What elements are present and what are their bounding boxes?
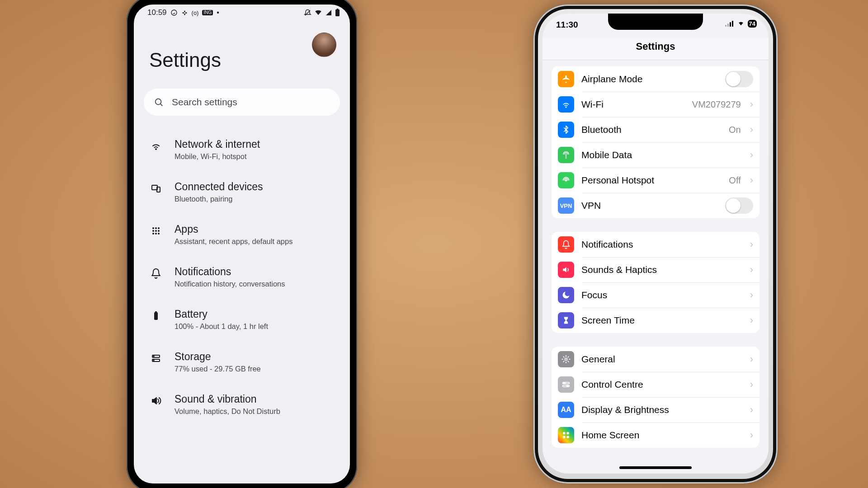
chevron-right-icon: › <box>748 99 753 110</box>
chevron-right-icon: › <box>748 264 753 276</box>
hotspot-icon <box>558 172 574 188</box>
settings-row-wi-fi[interactable]: Wi-Fi VM2079279› <box>552 92 760 117</box>
profile-avatar[interactable] <box>312 33 336 57</box>
settings-row-label: Wi-Fi <box>581 99 604 110</box>
wifi-icon <box>737 21 745 27</box>
vpn-icon: VPN <box>558 197 574 214</box>
status-time: 10:59 <box>147 8 167 17</box>
settings-row-airplane-mode[interactable]: Airplane Mode <box>552 66 760 92</box>
settings-item-title: Apps <box>175 223 292 235</box>
svg-point-15 <box>158 227 160 229</box>
svg-rect-1 <box>182 12 184 14</box>
wifi-icon <box>314 9 322 17</box>
svg-point-20 <box>155 233 157 235</box>
svg-rect-3 <box>184 10 185 12</box>
settings-row-general[interactable]: General › <box>552 347 760 372</box>
battery-icon <box>335 9 340 17</box>
dnd-icon <box>304 9 311 17</box>
settings-item-subtitle: 77% used - 29.75 GB free <box>175 365 261 373</box>
settings-row-label: Focus <box>581 290 607 300</box>
toggle-switch[interactable] <box>725 71 753 87</box>
settings-item-subtitle: Mobile, Wi-Fi, hotspot <box>175 152 260 161</box>
search-input[interactable]: Search settings <box>144 89 340 116</box>
app-badge-icon: ING <box>202 10 213 15</box>
settings-group: General › Control Centre › AA Display & … <box>552 347 760 448</box>
settings-row-sounds-haptics[interactable]: Sounds & Haptics › <box>552 257 760 282</box>
settings-row-home-screen[interactable]: Home Screen › <box>552 422 760 448</box>
svg-rect-6 <box>335 9 340 16</box>
settings-row-bluetooth[interactable]: Bluetooth On› <box>552 117 760 142</box>
iphone-notch <box>608 14 703 30</box>
svg-rect-43 <box>567 432 569 434</box>
bell-icon <box>149 267 163 280</box>
settings-item-sound-vibration[interactable]: Sound & vibration Volume, haptics, Do No… <box>134 383 350 426</box>
signal-icon <box>325 9 332 16</box>
settings-row-label: Mobile Data <box>581 150 632 160</box>
svg-rect-7 <box>337 9 339 9</box>
svg-line-9 <box>160 104 163 106</box>
battery-percent: 74 <box>748 20 757 28</box>
settings-item-notifications[interactable]: Notifications Notification history, conv… <box>134 256 350 298</box>
settings-row-focus[interactable]: Focus › <box>552 282 760 308</box>
settings-item-title: Storage <box>175 351 261 363</box>
settings-row-display-brightness[interactable]: AA Display & Brightness › <box>552 397 760 422</box>
ios-settings-list[interactable]: Airplane Mode Wi-Fi VM2079279› Bluetooth… <box>542 60 769 448</box>
antenna-icon <box>558 147 574 163</box>
settings-row-label: Airplane Mode <box>581 74 642 84</box>
svg-point-8 <box>156 99 161 105</box>
bell-icon <box>558 236 574 253</box>
settings-row-label: Bluetooth <box>581 124 622 135</box>
settings-row-mobile-data[interactable]: Mobile Data › <box>552 142 760 168</box>
home-indicator[interactable] <box>619 466 692 469</box>
page-title: Settings <box>149 49 335 71</box>
chevron-right-icon: › <box>748 429 753 441</box>
chevron-right-icon: › <box>748 174 753 186</box>
settings-row-control-centre[interactable]: Control Centre › <box>552 372 760 397</box>
settings-item-connected-devices[interactable]: Connected devices Bluetooth, pairing <box>134 171 350 213</box>
settings-item-title: Battery <box>175 308 268 320</box>
wifi-icon <box>149 139 163 153</box>
chevron-right-icon: › <box>748 353 753 365</box>
settings-item-subtitle: Bluetooth, pairing <box>175 195 263 203</box>
settings-item-network-internet[interactable]: Network & internet Mobile, Wi-Fi, hotspo… <box>134 128 350 171</box>
toggle-switch[interactable] <box>725 197 753 214</box>
settings-item-battery[interactable]: Battery 100% - About 1 day, 1 hr left <box>134 298 350 341</box>
svg-rect-42 <box>563 432 565 434</box>
svg-point-35 <box>565 179 566 181</box>
settings-row-label: Display & Brightness <box>581 404 669 415</box>
settings-item-apps[interactable]: Apps Assistant, recent apps, default app… <box>134 213 350 256</box>
android-phone-frame: 10:59 (o) ING • <box>127 0 357 488</box>
settings-row-screen-time[interactable]: Screen Time › <box>552 308 760 333</box>
svg-point-19 <box>152 233 154 235</box>
moon-icon <box>558 287 574 303</box>
storage-icon <box>149 352 163 365</box>
svg-point-27 <box>153 360 154 361</box>
settings-item-title: Connected devices <box>175 181 263 193</box>
svg-point-13 <box>152 227 154 229</box>
settings-item-subtitle: Volume, haptics, Do Not Disturb <box>175 407 280 416</box>
settings-row-notifications[interactable]: Notifications › <box>552 232 760 257</box>
settings-item-storage[interactable]: Storage 77% used - 29.75 GB free <box>134 341 350 383</box>
battery-icon <box>149 309 163 323</box>
settings-row-label: Personal Hotspot <box>581 175 654 186</box>
aa-icon: AA <box>558 402 574 418</box>
settings-row-value: On <box>729 125 741 135</box>
search-icon <box>154 97 164 107</box>
svg-point-10 <box>156 149 156 150</box>
settings-row-label: Home Screen <box>581 430 639 441</box>
volume-icon <box>149 394 163 408</box>
settings-row-vpn[interactable]: VPN VPN <box>552 193 760 218</box>
hourglass-icon <box>558 312 574 328</box>
whatsapp-icon <box>170 9 178 16</box>
svg-rect-4 <box>184 13 185 15</box>
settings-row-personal-hotspot[interactable]: Personal Hotspot Off› <box>552 168 760 193</box>
svg-rect-30 <box>727 23 729 27</box>
android-screen: 10:59 (o) ING • <box>134 5 350 483</box>
slack-icon <box>181 9 188 16</box>
settings-item-title: Network & internet <box>175 138 260 150</box>
svg-point-0 <box>171 10 177 15</box>
chevron-right-icon: › <box>748 289 753 301</box>
settings-item-title: Notifications <box>175 266 285 278</box>
settings-row-label: Control Centre <box>581 379 643 390</box>
switches-icon <box>558 376 574 393</box>
